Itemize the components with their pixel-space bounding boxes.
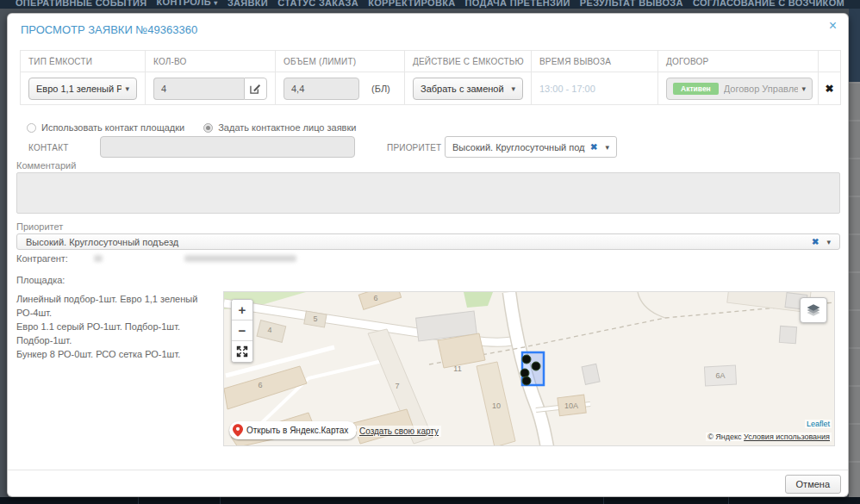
quantity-input[interactable] (153, 78, 244, 100)
summary-line: Бункер 8 РО-0шт. РСО сетка РО-1шт. (16, 347, 219, 361)
map-building-label: 6 (373, 294, 377, 302)
chevron-down-icon: ▾ (605, 143, 609, 152)
col-header-contract: ДОГОВОР (666, 57, 708, 66)
fullscreen-icon (236, 345, 248, 358)
nav-item-order-status[interactable]: СТАТУС ЗАКАЗА (277, 0, 358, 9)
terms-of-use-link[interactable]: Условия использования (744, 432, 830, 441)
radio-selected-icon (203, 123, 213, 133)
redacted-value (184, 255, 296, 262)
nav-item-operational-events[interactable]: ОПЕРАТИВНЫЕ СОБЫТИЯ (16, 0, 146, 9)
map-zoom-control: + − (231, 299, 253, 363)
containers-table: ТИП ЁМКОСТИ КОЛ-ВО ОБЪЕМ (ЛИМИТ) ДЕЙСТВИ… (20, 50, 841, 105)
leaflet-attribution-link[interactable]: Leaflet (805, 420, 832, 428)
col-header-time: ВРЕМЯ ВЫВОЗА (539, 57, 611, 66)
map-building-label: 10 (492, 401, 501, 410)
radio-use-site-contact[interactable]: Использовать контакт площадки (27, 122, 184, 133)
cancel-button[interactable]: Отмена (785, 475, 841, 494)
nav-item-control[interactable]: КОНТРОЛЬ ▾ (157, 0, 218, 9)
table-row: Евро 1,1 зеленый РО (ТБО) ▾ (БЛ) Забрат (21, 72, 840, 104)
radio-icon (27, 123, 36, 133)
page-title: ПРОСМОТР ЗАЯВКИ №49363360 (21, 23, 197, 36)
top-navbar: ОПЕРАТИВНЫЕ СОБЫТИЯ КОНТРОЛЬ ▾ ЗАЯВКИ СТ… (0, 0, 860, 9)
radio-set-request-contact[interactable]: Задать контактное лицо заявки (203, 122, 356, 133)
open-in-yandex-maps-button[interactable]: Открыть в Яндекс.Картах (229, 421, 357, 439)
fullscreen-button[interactable] (232, 341, 252, 362)
map-pin-icon (233, 424, 243, 437)
page-behind-bottom (0, 497, 860, 504)
volume-unit-label: (БЛ) (371, 84, 390, 94)
priority-wide-select[interactable]: Высокий. Круглосуточный подъезд ✖ ▾ (16, 233, 840, 250)
close-icon[interactable]: × (829, 18, 837, 34)
chevron-down-icon: ▾ (125, 84, 129, 93)
map-copyright: © Яндекс Условия использования (706, 432, 832, 441)
volume-input[interactable] (284, 78, 359, 100)
nav-item-correction[interactable]: КОРРЕКТИРОВКА (368, 0, 455, 9)
page-behind-right (849, 0, 860, 504)
site-containers-summary: Линейный подбор-1шт. Евро 1,1 зеленый РО… (16, 292, 219, 361)
layers-icon (806, 303, 821, 317)
nav-item-removal-result[interactable]: РЕЗУЛЬТАТ ВЫВОЗА (580, 0, 683, 9)
nav-item-claims[interactable]: ПОДАЧА ПРЕТЕНЗИЙ (465, 0, 570, 9)
remove-row-icon[interactable]: ✖ (825, 83, 833, 95)
map-building-label: 10A (564, 401, 578, 410)
removal-time-value: 13:00 - 17:00 (539, 84, 595, 94)
zoom-out-button[interactable]: − (232, 320, 252, 341)
map-building-label: 6A (715, 371, 725, 380)
contact-input[interactable] (100, 136, 355, 158)
edit-icon[interactable] (244, 78, 267, 100)
col-header-volume: ОБЪЕМ (ЛИМИТ) (284, 57, 356, 66)
chevron-down-icon: ▾ (826, 238, 831, 246)
zoom-in-button[interactable]: + (232, 300, 252, 320)
chevron-down-icon: ▾ (214, 0, 217, 7)
map-building-label: 7 (395, 382, 399, 390)
priority-label: ПРИОРИТЕТ (387, 143, 441, 152)
redacted-value (94, 255, 103, 262)
map-building-label: 4 (267, 326, 271, 334)
contact-priority-row: КОНТАКТ ПРИОРИТЕТ Высокий. Круглосуточны… (8, 136, 848, 159)
counterparty-label: Контрагент: (16, 253, 68, 264)
map-building-label: 6 (258, 381, 262, 389)
priority-select[interactable]: Высокий. Круглосуточный подъезд ✖ ▾ (445, 136, 617, 158)
clear-icon[interactable]: ✖ (812, 237, 819, 246)
contact-radio-group: Использовать контакт площадки Задать кон… (27, 122, 356, 133)
clear-icon[interactable]: ✖ (590, 142, 597, 152)
contact-label: КОНТАКТ (28, 143, 69, 152)
col-header-action: ДЕЙСТВИЕ С ЁМКОСТЬЮ (413, 57, 524, 66)
nav-item-carrier-approval[interactable]: СОГЛАСОВАНИЕ С ВОЗЧИКОМ (693, 0, 844, 9)
site-label: Площадка: (16, 275, 65, 285)
summary-line: Евро 1.1 серый РО-1шт. Подбор-1шт. Подбо… (16, 320, 219, 347)
map-building-label: 5 (313, 314, 317, 323)
view-request-modal: ПРОСМОТР ЗАЯВКИ №49363360 × ТИП ЁМКОСТИ … (7, 13, 849, 497)
comment-textarea[interactable] (16, 172, 840, 214)
chevron-down-icon: ▾ (801, 84, 806, 93)
map-layers-button[interactable] (800, 297, 827, 323)
table-header-row: ТИП ЁМКОСТИ КОЛ-ВО ОБЪЕМ (ЛИМИТ) ДЕЙСТВИ… (21, 51, 840, 72)
chevron-down-icon: ▾ (511, 84, 515, 93)
map-building-label: 11 (453, 364, 461, 373)
comment-label: Комментарий (16, 160, 76, 171)
modal-footer: Отмена (8, 470, 848, 496)
col-header-quantity: КОЛ-ВО (153, 57, 187, 66)
nav-item-requests[interactable]: ЗАЯВКИ (227, 0, 268, 9)
create-own-map-link[interactable]: Создать свою карту (357, 426, 441, 437)
contract-select[interactable]: Активен Договор Управлен ▾ (666, 78, 813, 100)
site-map[interactable]: 4 5 6 6 7 11 10 10A 6A + − (223, 291, 835, 446)
status-badge: Активен (673, 83, 719, 95)
summary-line: Линейный подбор-1шт. Евро 1,1 зеленый РО… (16, 292, 219, 320)
container-type-select[interactable]: Евро 1,1 зеленый РО (ТБО) ▾ (28, 78, 137, 100)
priority-section-label: Приоритет (16, 221, 63, 232)
container-action-select[interactable]: Забрать с заменой ▾ (413, 78, 523, 100)
col-header-container-type: ТИП ЁМКОСТИ (28, 57, 92, 66)
